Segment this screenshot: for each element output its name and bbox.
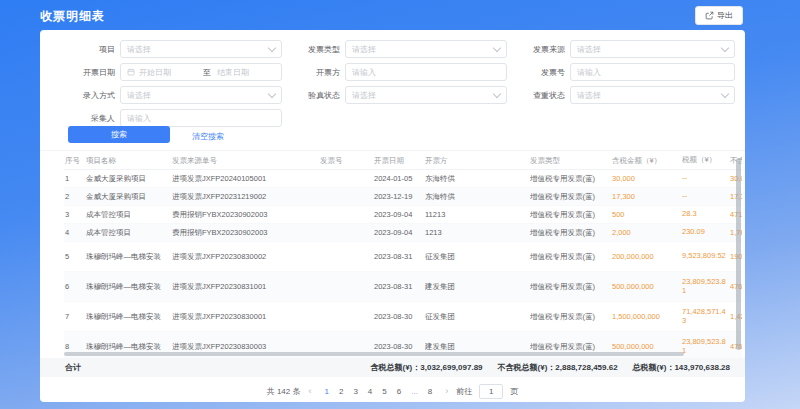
- filter-invoice-type: 发票类型 请选择: [280, 40, 507, 58]
- cell-issuer: 征发集团: [425, 312, 530, 322]
- page-button-2[interactable]: 2: [339, 387, 343, 396]
- cell-seq: 3: [65, 210, 86, 219]
- cell-tax: --: [682, 174, 730, 183]
- clear-search-button[interactable]: 清空搜索: [186, 130, 230, 143]
- filter-invoice-date: 开票日期 开始日期 至 结束日期: [60, 63, 282, 81]
- table-row: 4成本管控项目费用报销FYBX202309020032023-09-041213…: [64, 224, 742, 242]
- page-ellipsis: ...: [411, 387, 418, 396]
- filter-invoice-type-label: 发票类型: [280, 44, 340, 55]
- cell-type: 增值税专用发票(蓝): [530, 174, 612, 184]
- cell-amount_incl: 1,500,000,000: [612, 312, 682, 321]
- titlebar: 收票明细表 导出: [40, 0, 745, 30]
- cell-issuer: 1213: [425, 228, 530, 237]
- cell-order_no: JXFP20231219002: [202, 192, 320, 201]
- content-card: 项目 请选择 发票类型 请选择 发票来源 请选择: [40, 30, 745, 402]
- goto-unit-label: 页: [510, 386, 518, 397]
- column-header: 项目名称: [86, 156, 172, 166]
- invoice-type-select[interactable]: 请选择: [345, 40, 507, 58]
- calendar-icon: [127, 68, 135, 76]
- cell-source: 进项发票: [172, 312, 202, 322]
- collector-input[interactable]: 请输入: [120, 109, 282, 127]
- cell-order_no: JXFP20230830002: [202, 252, 320, 261]
- date-start-placeholder[interactable]: 开始日期: [139, 67, 197, 78]
- cell-source: 费用报销: [172, 228, 202, 238]
- cell-source: 费用报销: [172, 210, 202, 220]
- cell-seq: 1: [65, 174, 86, 183]
- cell-seq: 8: [65, 342, 86, 351]
- cell-issuer: 11213: [425, 210, 530, 219]
- column-header: 发票类型: [530, 156, 612, 166]
- cell-order_no: JXFP20240105001: [202, 174, 320, 183]
- filter-invoice-no: 发票号 请输入: [505, 63, 735, 81]
- cell-amount_incl: 2,000: [612, 228, 682, 237]
- cell-seq: 7: [65, 312, 86, 321]
- column-header: 税额（¥）: [682, 156, 730, 165]
- column-header: 发票来源: [172, 156, 202, 166]
- export-button[interactable]: 导出: [695, 6, 743, 25]
- filter-issuer: 开票方 请输入: [280, 63, 507, 81]
- cell-date: 2023-12-19: [374, 192, 425, 201]
- invoice-source-select[interactable]: 请选择: [570, 40, 735, 58]
- cell-date: 2023-08-31: [374, 252, 425, 261]
- chevron-down-icon: [493, 43, 501, 51]
- cell-source: 进项发票: [172, 282, 202, 292]
- filter-panel: 项目 请选择 发票类型 请选择 发票来源 请选择: [40, 30, 745, 150]
- filter-invoice-date-label: 开票日期: [60, 67, 115, 78]
- chevron-down-icon: [493, 89, 501, 97]
- page-button-1[interactable]: 1: [324, 387, 328, 396]
- search-button[interactable]: 搜索: [68, 126, 170, 143]
- page-button-5[interactable]: 5: [382, 387, 386, 396]
- cell-source: 进项发票: [172, 192, 202, 202]
- cell-amount_incl: 500,000,000: [612, 282, 682, 291]
- cell-project: 珠穆朗玛峰—电梯安装: [86, 282, 172, 292]
- cell-type: 增值税专用发票(蓝): [530, 192, 612, 202]
- table-row: 3成本管控项目费用报销FYBX202309020032023-09-041121…: [64, 206, 742, 224]
- column-header: 开票日期: [374, 156, 425, 166]
- date-end-placeholder[interactable]: 结束日期: [217, 67, 275, 78]
- date-separator: 至: [203, 67, 211, 78]
- prev-page-button[interactable]: ‹: [308, 386, 311, 396]
- horizontal-scrollbar[interactable]: [64, 352, 684, 356]
- cell-tax: 23,809,523.81: [682, 278, 730, 295]
- invoice-no-input[interactable]: 请输入: [570, 63, 735, 81]
- section-divider: [40, 150, 745, 151]
- filter-collector: 采集人 请输入: [60, 109, 282, 127]
- cell-type: 增值税专用发票(蓝): [530, 282, 612, 292]
- cell-source: 进项发票: [172, 342, 202, 352]
- cell-type: 增值税专用发票(蓝): [530, 252, 612, 262]
- verify-status-select[interactable]: 请选择: [345, 86, 507, 104]
- cell-date: 2023-08-30: [374, 312, 425, 321]
- cell-type: 增值税专用发票(蓝): [530, 210, 612, 220]
- project-select[interactable]: 请选择: [120, 40, 282, 58]
- filter-issuer-label: 开票方: [280, 67, 340, 78]
- cell-project: 珠穆朗玛峰—电梯安装: [86, 312, 172, 322]
- filter-verify-status: 验真状态 请选择: [280, 86, 507, 104]
- cell-tax: --: [682, 192, 730, 201]
- summary-incl-total: 含税总额(¥)：3,032,699,097.89: [370, 362, 482, 373]
- cell-date: 2023-08-31: [374, 282, 425, 291]
- page-button-4[interactable]: 4: [368, 387, 372, 396]
- pagination-total: 共 142 条: [267, 386, 301, 397]
- filter-invoice-source: 发票来源 请选择: [505, 40, 735, 58]
- entry-method-select[interactable]: 请选择: [120, 86, 282, 104]
- filter-entry-method-label: 录入方式: [60, 90, 115, 101]
- cell-date: 2024-01-05: [374, 174, 425, 183]
- cell-project: 成本管控项目: [86, 228, 172, 238]
- invoice-date-range-picker[interactable]: 开始日期 至 结束日期: [120, 63, 282, 81]
- cell-project: 金威大厦采购项目: [86, 192, 172, 202]
- summary-tax-total: 总税额(¥)：143,970,638.28: [633, 362, 730, 373]
- issuer-input[interactable]: 请输入: [345, 63, 507, 81]
- vertical-scrollbar[interactable]: [736, 158, 741, 350]
- cell-issuer: 建发集团: [425, 282, 530, 292]
- filter-entry-method: 录入方式 请选择: [60, 86, 282, 104]
- filter-invoice-source-label: 发票来源: [505, 44, 565, 55]
- goto-page-input[interactable]: [479, 384, 503, 399]
- page-button-6[interactable]: 6: [397, 387, 401, 396]
- page-button-8[interactable]: 8: [428, 387, 432, 396]
- dup-status-select[interactable]: 请选择: [570, 86, 735, 104]
- cell-amount_incl: 500: [612, 210, 682, 219]
- page-button-3[interactable]: 3: [353, 387, 357, 396]
- next-page-button[interactable]: ›: [445, 386, 448, 396]
- cell-type: 增值税专用发票(蓝): [530, 312, 612, 322]
- cell-issuer: 建发集团: [425, 342, 530, 352]
